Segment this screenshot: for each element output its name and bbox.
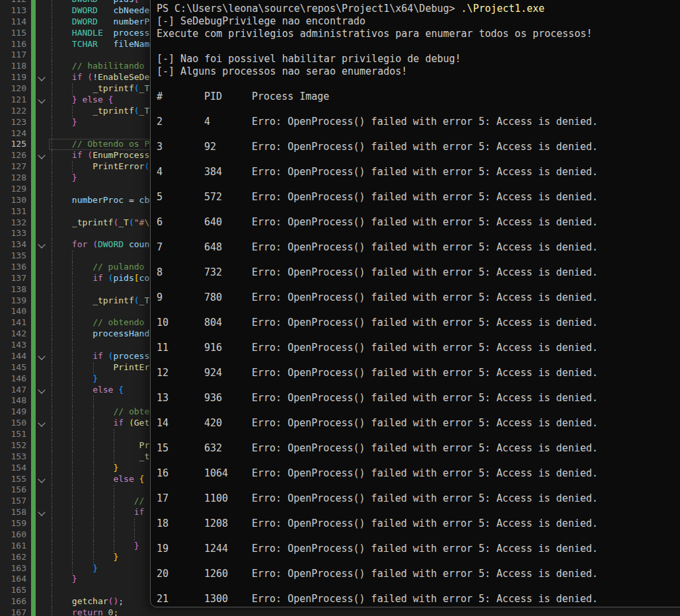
token-sp bbox=[52, 351, 93, 361]
indent-guide bbox=[72, 284, 73, 295]
terminal-blank-line bbox=[157, 480, 680, 492]
code-text: getchar(); bbox=[52, 596, 124, 607]
process-row-17: 171100Erro: OpenProcess() failed with er… bbox=[157, 492, 680, 505]
terminal-blank-line bbox=[157, 329, 680, 342]
token-sp bbox=[52, 317, 93, 327]
token-kw: if bbox=[93, 273, 103, 283]
row-7-col2: 648 bbox=[204, 241, 252, 254]
row-2-col2: 4 bbox=[204, 116, 252, 128]
terminal-blank-line bbox=[157, 530, 680, 543]
token-b3: } bbox=[93, 373, 98, 383]
row-13-col1: 13 bbox=[157, 392, 204, 404]
fold-chevron-down-icon[interactable] bbox=[38, 96, 45, 103]
line-number: 134 bbox=[0, 239, 26, 250]
token-b3: { bbox=[118, 385, 124, 395]
line-number: 151 bbox=[0, 429, 26, 440]
row-4-col2: 384 bbox=[204, 166, 252, 178]
token-sp bbox=[52, 295, 93, 305]
row-14-col2: 420 bbox=[204, 417, 252, 430]
code-text: // obtendo o bbox=[52, 317, 155, 328]
token-sp bbox=[103, 607, 108, 616]
token-b2: [ bbox=[134, 0, 139, 4]
row-12-col3: Erro: OpenProcess() failed with error 5:… bbox=[252, 367, 598, 379]
row-3-col3: Erro: OpenProcess() failed with error 5:… bbox=[252, 141, 598, 153]
token-b2: ( bbox=[87, 150, 93, 160]
process-row-19: 191244Erro: OpenProcess() failed with er… bbox=[157, 543, 680, 555]
token-fn: _T bbox=[139, 295, 150, 305]
line-number: 131 bbox=[0, 206, 26, 217]
row-4-col1: 4 bbox=[157, 166, 204, 178]
token-sp bbox=[52, 72, 72, 82]
token-var: fileName bbox=[113, 39, 155, 49]
code-text: _tprintf(_T("#\t bbox=[52, 217, 155, 229]
token-kw: if bbox=[134, 507, 145, 517]
token-sp bbox=[52, 418, 114, 428]
token-b2: ( bbox=[93, 239, 98, 249]
process-row-18: 181208Erro: OpenProcess() failed with er… bbox=[157, 518, 680, 530]
line-number: 113 bbox=[0, 5, 26, 17]
fold-chevron-down-icon[interactable] bbox=[38, 508, 45, 516]
line-number: 149 bbox=[0, 406, 26, 418]
row-11-col1: 11 bbox=[157, 342, 204, 354]
terminal-output: PS C:\Users\leona\source\repos\Project1\… bbox=[157, 3, 680, 605]
token-kw: if bbox=[72, 150, 83, 160]
line-number: 146 bbox=[0, 373, 26, 385]
line-number: 138 bbox=[0, 284, 26, 295]
token-sp bbox=[98, 0, 113, 4]
fold-chevron-down-icon[interactable] bbox=[38, 152, 45, 159]
row-8-col3: Erro: OpenProcess() failed with error 5:… bbox=[252, 266, 598, 278]
line-number: 142 bbox=[0, 328, 26, 340]
token-sp bbox=[103, 273, 108, 283]
code-text: if ( bbox=[52, 507, 155, 518]
line-number: 159 bbox=[0, 518, 26, 529]
indent-guide bbox=[72, 429, 73, 440]
indent-guide bbox=[114, 529, 114, 541]
token-sp bbox=[52, 95, 72, 104]
token-fn: _T bbox=[139, 106, 150, 116]
indent-guide bbox=[114, 429, 114, 440]
row-20-col2: 1260 bbox=[204, 568, 252, 580]
token-b2: } bbox=[72, 95, 77, 104]
line-number: 123 bbox=[0, 117, 26, 128]
terminal-prompt-line: PS C:\Users\leona\source\repos\Project1\… bbox=[157, 3, 680, 15]
row-14-col1: 14 bbox=[157, 417, 204, 430]
code-text: if (EnumProcesses( bbox=[52, 150, 165, 161]
code-text: } bbox=[52, 173, 77, 184]
process-row-14: 14420Erro: OpenProcess() failed with err… bbox=[157, 417, 680, 430]
fold-chevron-down-icon[interactable] bbox=[38, 352, 45, 360]
fold-chevron-down-icon[interactable] bbox=[38, 241, 45, 249]
code-text: for (DWORD count bbox=[52, 239, 155, 250]
row-18-col3: Erro: OpenProcess() failed with error 5:… bbox=[252, 518, 598, 529]
terminal-blank-line bbox=[157, 153, 680, 166]
fold-chevron-down-icon[interactable] bbox=[38, 475, 45, 482]
token-sp bbox=[52, 474, 114, 484]
token-sp bbox=[98, 5, 113, 15]
terminal-message: [-] SeDebugPrivilege nao encontrado bbox=[157, 15, 680, 28]
row-11-col3: Erro: OpenProcess() failed with error 5:… bbox=[252, 342, 598, 354]
row-15-col3: Erro: OpenProcess() failed with error 5:… bbox=[252, 442, 598, 454]
header-col2: PID bbox=[204, 91, 252, 103]
row-18-col1: 18 bbox=[157, 518, 204, 530]
code-text: } bbox=[52, 117, 77, 128]
row-8-col1: 8 bbox=[157, 266, 204, 279]
code-line-167[interactable]: 167 return 0; bbox=[0, 607, 680, 616]
token-type: DWORD bbox=[72, 0, 98, 4]
fold-chevron-down-icon[interactable] bbox=[38, 420, 45, 427]
terminal-window[interactable]: PS C:\Users\leona\source\repos\Project1\… bbox=[150, 0, 680, 607]
token-sp bbox=[103, 95, 108, 104]
fold-chevron-down-icon[interactable] bbox=[38, 386, 45, 393]
line-number: 120 bbox=[0, 83, 26, 95]
indent-guide bbox=[134, 518, 135, 529]
code-text: } bbox=[52, 463, 119, 474]
line-number: 140 bbox=[0, 306, 26, 317]
token-kw: return bbox=[72, 607, 103, 616]
token-kw: else bbox=[82, 95, 102, 104]
process-row-6: 6640Erro: OpenProcess() failed with erro… bbox=[157, 216, 680, 229]
header-col1: # bbox=[157, 91, 204, 103]
token-var: pids bbox=[113, 0, 133, 4]
code-text: // habilitando S bbox=[52, 61, 155, 72]
token-sp bbox=[52, 463, 114, 473]
row-7-col1: 7 bbox=[157, 241, 204, 254]
fold-chevron-down-icon[interactable] bbox=[38, 74, 45, 81]
line-number: 144 bbox=[0, 351, 26, 362]
